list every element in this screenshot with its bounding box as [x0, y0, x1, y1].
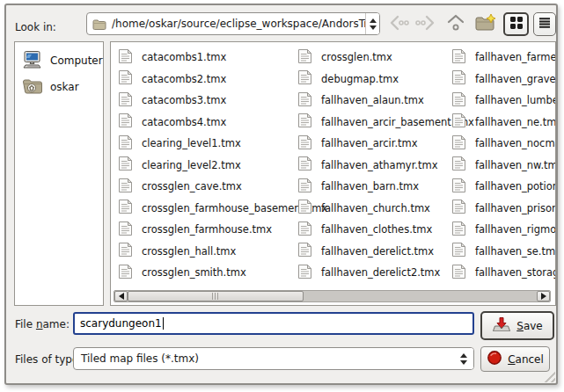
file-column-3: fallhaven_farmer fallhaven_graved fallha… [451, 47, 556, 284]
save-button[interactable]: Save [480, 311, 554, 340]
scroll-right-arrow[interactable] [537, 291, 550, 301]
file-icon [297, 91, 312, 110]
combo-spinner-icon [454, 348, 473, 369]
file-item-label: debugmap.tmx [321, 73, 399, 85]
forward-button[interactable] [414, 12, 437, 36]
file-icon [451, 242, 466, 260]
file-item[interactable]: fallhaven_athamyr.tmx [297, 155, 474, 177]
file-icon [118, 221, 133, 239]
computer-icon [22, 50, 43, 72]
file-item[interactable]: fallhaven_potion [451, 176, 556, 198]
new-folder-icon [474, 13, 497, 36]
file-item-label: fallhaven_se.tmx [475, 245, 556, 258]
thumb-grip-icon [212, 293, 219, 300]
file-icon [451, 199, 466, 217]
file-item[interactable]: fallhaven_se.tmx [451, 241, 556, 263]
file-icon [118, 178, 133, 196]
file-icon [297, 156, 312, 174]
file-item[interactable]: crossglen_smith.tmx [118, 262, 327, 284]
file-item-label: crossglen.tmx [321, 51, 392, 63]
look-in-path: /home/oskar/source/eclipse_workspace/And… [106, 18, 365, 30]
up-folder-button[interactable] [443, 12, 467, 36]
file-item[interactable]: fallhaven_prison [451, 198, 556, 220]
file-item-label: catacombs1.tmx [142, 51, 226, 63]
file-icon [297, 221, 312, 239]
file-icon [451, 69, 466, 88]
file-list-panel[interactable]: catacombs1.tmx catacombs2.tmx catacombs3… [110, 41, 556, 306]
sidebar-item-oskar[interactable]: oskar [18, 74, 99, 100]
file-item[interactable]: crossglen_hall.tmx [118, 241, 327, 263]
file-item[interactable]: catacombs3.tmx [118, 90, 327, 112]
file-item[interactable]: fallhaven_nocma [451, 133, 556, 155]
file-item-label: fallhaven_ne.tmx [475, 116, 556, 128]
file-icon [451, 113, 466, 131]
file-name-label: File name: [15, 318, 70, 330]
file-item[interactable]: debugmap.tmx [297, 69, 474, 91]
file-item[interactable]: clearing_level1.tmx [118, 133, 327, 155]
file-item-label: fallhaven_prison [475, 202, 556, 214]
save-file-dialog: Look in: /home/oskar/source/eclipse_work… [4, 4, 558, 385]
cancel-button[interactable]: Cancel [480, 346, 550, 372]
grid-view-icon [509, 16, 524, 33]
look-in-combo[interactable]: /home/oskar/source/eclipse_workspace/And… [86, 12, 380, 35]
file-item-label: fallhaven_alaun.tmx [321, 94, 424, 106]
files-of-type-combo[interactable]: Tiled map files (*.tmx) [73, 347, 474, 370]
back-button[interactable] [387, 12, 411, 36]
file-icon [451, 134, 466, 153]
file-item[interactable]: fallhaven_farmer [451, 47, 556, 69]
file-item[interactable]: catacombs1.tmx [118, 47, 327, 69]
file-item[interactable]: fallhaven_clothes.tmx [297, 219, 474, 241]
file-item[interactable]: catacombs2.tmx [118, 69, 327, 91]
file-icon [118, 113, 133, 131]
file-item[interactable]: fallhaven_barn.tmx [297, 176, 474, 198]
file-item[interactable]: fallhaven_storag [451, 262, 556, 284]
file-icon [451, 178, 466, 196]
file-item[interactable]: fallhaven_graved [451, 69, 556, 91]
file-item[interactable]: crossglen_farmhouse_basement.tmx [118, 198, 327, 220]
file-item[interactable]: fallhaven_alaun.tmx [297, 90, 474, 112]
file-item[interactable]: fallhaven_arcir_basement.tmx [297, 112, 474, 134]
file-item-label: catacombs4.tmx [142, 116, 226, 128]
back-icon [388, 14, 410, 35]
sidebar-item-computer[interactable]: Computer [18, 47, 99, 74]
file-item[interactable]: fallhaven_church.tmx [297, 198, 474, 220]
files-of-type-label: Files of type: [15, 353, 82, 366]
horizontal-scrollbar[interactable] [114, 290, 551, 302]
file-item[interactable]: fallhaven_rigmor [451, 219, 556, 241]
file-item[interactable]: fallhaven_arcir.tmx [297, 133, 474, 155]
file-item-label: fallhaven_derelict2.tmx [321, 266, 440, 279]
file-icon [451, 91, 466, 110]
file-item-label: crossglen_farmhouse.tmx [142, 223, 272, 236]
sidebar-item-label: Computer [50, 54, 103, 67]
file-item-label: fallhaven_derelict.tmx [321, 245, 434, 258]
file-item[interactable]: clearing_level2.tmx [118, 155, 327, 177]
file-item[interactable]: fallhaven_lumber [451, 90, 556, 112]
file-item[interactable]: crossglen.tmx [297, 47, 474, 69]
file-item-label: crossglen_hall.tmx [142, 245, 236, 258]
file-item[interactable]: crossglen_cave.tmx [118, 176, 327, 198]
file-item[interactable]: fallhaven_derelict2.tmx [297, 262, 474, 284]
list-view-button[interactable] [533, 12, 556, 36]
file-item[interactable]: crossglen_farmhouse.tmx [118, 219, 327, 241]
new-folder-button[interactable] [472, 12, 498, 36]
file-item-label: fallhaven_clothes.tmx [321, 223, 432, 236]
save-button-label: Save [516, 320, 542, 332]
file-item[interactable]: catacombs4.tmx [118, 112, 327, 134]
sidebar-item-label: oskar [50, 81, 79, 93]
file-name-value: scarydungeon1 [80, 317, 162, 330]
grid-view-button[interactable] [503, 12, 529, 36]
file-icon [297, 242, 312, 260]
text-caret [163, 317, 164, 330]
file-item[interactable]: fallhaven_ne.tmx [451, 112, 556, 134]
scrollbar-track[interactable] [304, 291, 537, 301]
file-item[interactable]: fallhaven_derelict.tmx [297, 241, 474, 263]
file-name-input[interactable]: scarydungeon1 [73, 312, 474, 335]
folder-icon [92, 18, 106, 30]
cancel-icon [487, 350, 502, 368]
file-item-label: fallhaven_arcir.tmx [321, 137, 418, 149]
scroll-left-arrow[interactable] [114, 291, 128, 301]
scrollbar-thumb[interactable] [128, 291, 304, 301]
list-view-icon [538, 16, 551, 33]
file-item-label: crossglen_smith.tmx [142, 266, 246, 279]
file-item[interactable]: fallhaven_nw.tmx [451, 155, 556, 177]
